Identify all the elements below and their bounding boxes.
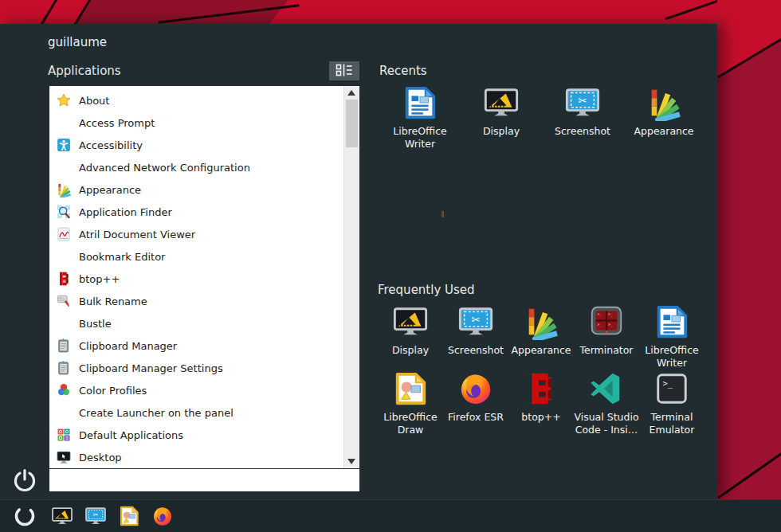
bulk-rename-icon: abc (56, 293, 72, 309)
app-list-item-default-applications[interactable]: Default Applications (49, 424, 343, 446)
app-list-item-btop[interactable]: btop++ (49, 268, 343, 290)
launcher-display[interactable]: Display (378, 303, 443, 370)
launcher-screenshot[interactable]: ✂Screenshot (443, 303, 508, 370)
recents-header: Recents (379, 64, 714, 78)
launcher-firefox-esr[interactable]: Firefox ESR (443, 370, 508, 437)
launcher-terminal-emulator[interactable]: >_Terminal Emulator (639, 370, 704, 437)
display-icon (51, 518, 73, 530)
app-list-item-about[interactable]: About (49, 89, 343, 111)
clipboard-icon (56, 360, 72, 376)
power-icon (11, 485, 38, 497)
wallpaper-right-strip (717, 0, 781, 499)
scroll-up-arrow-icon[interactable] (347, 90, 355, 96)
application-list: AboutAccess PromptAccessibilityAdvanced … (49, 86, 359, 468)
view-toggle-button[interactable] (329, 61, 359, 80)
btop-icon (56, 271, 72, 287)
frequently-used-section: Frequently Used Display✂ScreenshotAppear… (378, 283, 712, 437)
taskbar-launcher-firefox[interactable] (151, 505, 174, 527)
launcher-visual-studio-code-insi[interactable]: Visual Studio Code - Insi… (574, 370, 639, 437)
firefox-icon (151, 518, 174, 530)
username-label: guillaume (48, 35, 107, 49)
app-list-item-bustle[interactable]: Bustle (49, 312, 343, 334)
wallpaper-seam-line (39, 0, 58, 27)
svg-text:>_: >_ (663, 378, 673, 389)
none-icon (56, 315, 72, 331)
scroll-down-arrow-icon[interactable] (347, 459, 355, 464)
draw-icon (118, 518, 140, 530)
launcher-appearance[interactable]: Appearance (508, 303, 574, 370)
app-list-item-create-launcher-on-the-panel[interactable]: Create Launcher on the panel (49, 401, 343, 424)
writer-icon (653, 303, 690, 340)
launcher-terminator[interactable]: >_>_>_>_Terminator (574, 303, 639, 370)
taskbar-launcher-display[interactable] (51, 505, 73, 527)
star-icon (56, 92, 72, 108)
frequently-used-header: Frequently Used (378, 283, 712, 297)
taskbar-launcher-libreoffice-draw[interactable] (118, 505, 140, 527)
wallpaper-bright-polygon (717, 0, 781, 80)
none-icon (56, 159, 72, 175)
taskbar: ✂ (0, 499, 781, 532)
panel-menu-spinner-button[interactable] (14, 505, 36, 527)
launcher-btop[interactable]: btop++ (508, 370, 574, 437)
svg-text:abc: abc (59, 296, 64, 299)
list-scrollbar[interactable] (343, 86, 359, 468)
none-icon (56, 115, 72, 131)
app-list-item-access-prompt[interactable]: Access Prompt (49, 111, 343, 134)
launcher-appearance[interactable]: Appearance (623, 84, 704, 151)
wallpaper-dark-polygon (0, 0, 781, 24)
btop-icon (523, 370, 559, 407)
app-list-item-desktop[interactable]: Desktop (49, 446, 343, 468)
vscode-icon (588, 370, 625, 407)
app-list-item-accessibility[interactable]: Accessibility (49, 134, 343, 156)
launcher-libreoffice-writer[interactable]: LibreOffice Writer (379, 84, 461, 151)
screenshot-icon: ✂ (84, 518, 107, 530)
power-button[interactable] (11, 467, 38, 495)
none-icon (56, 248, 72, 264)
display-icon (483, 84, 520, 121)
app-list-item-bulk-rename[interactable]: abcBulk Rename (49, 290, 343, 312)
app-search-input[interactable] (49, 469, 359, 491)
app-list-item-bookmark-editor[interactable]: Bookmark Editor (49, 245, 343, 268)
scrollbar-thumb[interactable] (346, 100, 358, 147)
app-list-item-advanced-network-configuration[interactable]: Advanced Network Configuration (49, 156, 343, 178)
firefox-icon (457, 370, 494, 407)
terminator-icon: >_>_>_>_ (588, 303, 625, 340)
svg-text:✂: ✂ (93, 510, 99, 518)
list-grid-toggle-icon (336, 64, 353, 79)
terminal-icon: >_ (653, 370, 690, 407)
app-list-item-atril-document-viewer[interactable]: Atril Document Viewer (49, 223, 343, 245)
launcher-libreoffice-writer[interactable]: LibreOffice Writer (639, 303, 704, 370)
wallpaper-seam-line (665, 0, 718, 20)
whisker-menu-panel: guillaume Applications AboutAccess Promp… (0, 24, 717, 499)
display-icon (392, 303, 429, 340)
taskbar-launcher-screenshot[interactable]: ✂ (84, 505, 107, 527)
app-list-item-clipboard-manager-settings[interactable]: Clipboard Manager Settings (49, 357, 343, 379)
color-profiles-icon (56, 382, 72, 398)
wallpaper-seam-line (717, 452, 781, 499)
default-apps-icon (56, 427, 72, 443)
writer-icon (402, 84, 438, 121)
screenshot-icon: ✂ (564, 84, 601, 121)
app-list-item-clipboard-manager[interactable]: Clipboard Manager (49, 334, 343, 357)
svg-text:✂: ✂ (578, 95, 587, 107)
none-icon (56, 405, 72, 421)
launcher-display[interactable]: Display (461, 84, 542, 151)
app-list-item-color-profiles[interactable]: Color Profiles (49, 379, 343, 401)
applications-header: Applications (48, 64, 121, 78)
recents-section: Recents LibreOffice WriterDisplay✂Screen… (379, 64, 714, 151)
svg-text:✂: ✂ (471, 314, 480, 326)
draw-icon (392, 370, 429, 407)
desktop: guillaume Applications AboutAccess Promp… (0, 0, 781, 532)
desktop-icon (56, 449, 72, 465)
appearance-icon (56, 182, 72, 198)
appearance-icon (523, 303, 559, 340)
recents-grid: LibreOffice WriterDisplay✂ScreenshotAppe… (379, 84, 714, 151)
launcher-screenshot[interactable]: ✂Screenshot (542, 84, 623, 151)
app-list-item-appearance[interactable]: Appearance (49, 178, 343, 201)
atril-icon (56, 226, 72, 242)
accessibility-icon (56, 137, 72, 153)
screenshot-icon: ✂ (457, 303, 494, 340)
app-list-item-application-finder[interactable]: Application Finder (49, 201, 343, 223)
launcher-libreoffice-draw[interactable]: LibreOffice Draw (378, 370, 443, 437)
appearance-icon (646, 84, 682, 121)
